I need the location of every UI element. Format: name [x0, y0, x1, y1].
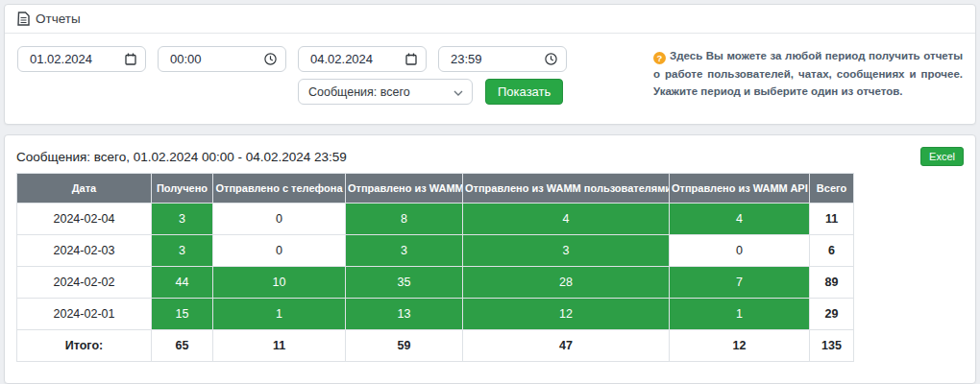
calendar-icon[interactable] — [405, 53, 417, 65]
totals-row: Итого:6511594712135 — [17, 330, 854, 362]
table-row: 2024-02-011511312129 — [17, 299, 854, 330]
table-row: 2024-02-0244103528789 — [17, 267, 854, 299]
help-text: Здесь Вы можете за любой период получить… — [653, 50, 963, 97]
page: Отчеты 01.02.2024 00:00 — [0, 0, 980, 384]
totals-value-cell: 65 — [152, 330, 213, 362]
column-header: Дата — [17, 174, 152, 204]
question-circle-icon: ? — [653, 52, 666, 64]
clock-icon[interactable] — [545, 53, 557, 65]
time-to-input[interactable]: 23:59 — [438, 46, 567, 72]
value-cell: 1 — [213, 299, 346, 330]
date-to-value: 04.02.2024 — [310, 52, 373, 66]
date-from-value: 01.02.2024 — [30, 52, 92, 66]
value-cell: 35 — [346, 267, 463, 299]
report-title: Сообщения: всего, 01.02.2024 00:00 - 04.… — [16, 147, 347, 164]
value-cell: 0 — [213, 204, 346, 235]
row-total-cell: 29 — [810, 299, 854, 330]
date-cell: 2024-02-02 — [17, 267, 152, 299]
filters-card: Отчеты 01.02.2024 00:00 — [4, 4, 976, 125]
column-header: Всего — [810, 174, 854, 204]
value-cell: 3 — [152, 235, 213, 267]
chevron-down-icon — [453, 85, 463, 99]
totals-label-cell: Итого: — [17, 330, 152, 362]
calendar-icon[interactable] — [125, 53, 136, 65]
date-to-input[interactable]: 04.02.2024 — [298, 46, 427, 72]
document-icon — [17, 12, 30, 26]
value-cell: 44 — [152, 267, 213, 299]
filters: 01.02.2024 00:00 — [17, 46, 642, 105]
value-cell: 7 — [670, 267, 810, 299]
value-cell: 10 — [213, 267, 346, 299]
date-from-input[interactable]: 01.02.2024 — [17, 46, 146, 72]
column-header: Отправлено из WAMM API — [670, 174, 810, 204]
date-cell: 2024-02-03 — [17, 235, 152, 267]
report-type-select[interactable]: Сообщения: всего — [298, 79, 473, 105]
column-header: Отправлено из WAMM — [346, 174, 463, 204]
row-total-cell: 11 — [810, 204, 854, 235]
value-cell: 3 — [463, 235, 670, 267]
value-cell: 0 — [213, 235, 346, 267]
grand-total-cell: 135 — [810, 330, 854, 362]
value-cell: 28 — [463, 267, 670, 299]
table-header-row: ДатаПолученоОтправлено с телефонаОтправл… — [17, 174, 854, 204]
totals-value-cell: 59 — [346, 330, 463, 362]
report-card: Сообщения: всего, 01.02.2024 00:00 - 04.… — [4, 134, 976, 384]
value-cell: 13 — [346, 299, 463, 330]
column-header: Отправлено с телефона — [213, 174, 346, 204]
time-from-value: 00:00 — [170, 52, 202, 66]
value-cell: 0 — [670, 235, 810, 267]
report-table: ДатаПолученоОтправлено с телефонаОтправл… — [16, 173, 854, 362]
help-note: ?Здесь Вы можете за любой период получит… — [642, 46, 963, 105]
value-cell: 15 — [152, 299, 213, 330]
card-header: Отчеты — [5, 5, 975, 34]
value-cell: 4 — [670, 204, 810, 235]
card-body: 01.02.2024 00:00 — [5, 34, 975, 124]
value-cell: 8 — [346, 204, 463, 235]
column-header: Получено — [152, 174, 213, 204]
table-row: 2024-02-043084411 — [17, 204, 854, 235]
time-to-value: 23:59 — [451, 52, 482, 66]
totals-value-cell: 11 — [213, 330, 346, 362]
date-cell: 2024-02-04 — [17, 204, 152, 235]
value-cell: 4 — [463, 204, 670, 235]
totals-value-cell: 47 — [463, 330, 670, 362]
value-cell: 3 — [152, 204, 213, 235]
time-from-input[interactable]: 00:00 — [158, 46, 286, 72]
filter-row-period: 01.02.2024 00:00 — [17, 46, 642, 72]
value-cell: 3 — [346, 235, 463, 267]
date-cell: 2024-02-01 — [17, 299, 152, 330]
report-header: Сообщения: всего, 01.02.2024 00:00 - 04.… — [16, 147, 964, 166]
row-total-cell: 6 — [810, 235, 854, 267]
page-title: Отчеты — [36, 12, 81, 26]
table-row: 2024-02-03303306 — [17, 235, 854, 267]
filter-row-report-type: Сообщения: всего Показать — [298, 79, 642, 105]
excel-button[interactable]: Excel — [920, 147, 964, 166]
row-total-cell: 89 — [810, 267, 854, 299]
show-button[interactable]: Показать — [485, 79, 563, 105]
value-cell: 12 — [463, 299, 670, 330]
report-type-selected-value: Сообщения: всего — [308, 85, 410, 99]
totals-value-cell: 12 — [670, 330, 810, 362]
column-header: Отправлено из WAMM пользователями — [463, 174, 670, 204]
clock-icon[interactable] — [264, 53, 277, 65]
value-cell: 1 — [670, 299, 810, 330]
